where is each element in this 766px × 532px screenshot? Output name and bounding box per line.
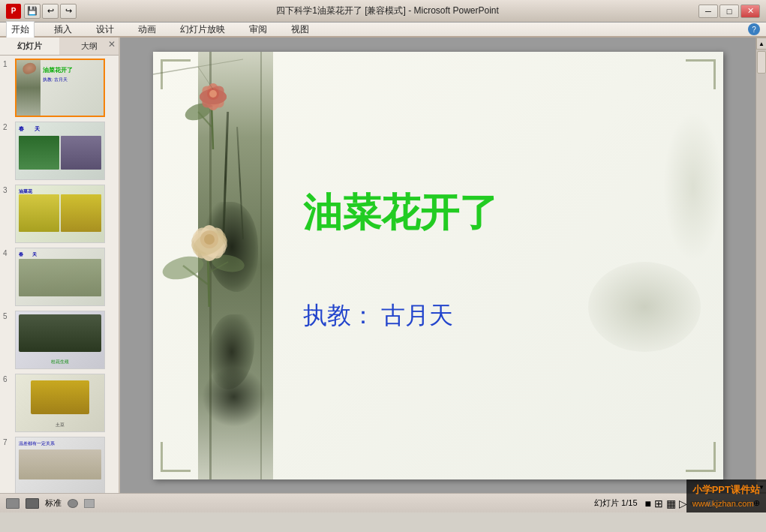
title-bar: P 💾 ↩ ↪ 四下科学1油菜花开了 [兼容模式] - Microsoft Po… bbox=[0, 0, 766, 23]
slide-subtitle: 执教： 古月天 bbox=[303, 299, 454, 332]
tab-slideshow[interactable]: 幻灯片放映 bbox=[176, 22, 230, 38]
slide-thumb-1[interactable]: 油菜花开了 执教: 古月天 bbox=[15, 59, 105, 117]
slide-thumb-3[interactable]: 油菜花 bbox=[15, 185, 105, 243]
status-icon2 bbox=[26, 498, 39, 509]
svg-line-0 bbox=[212, 104, 213, 149]
slide-number-6: 6 bbox=[3, 375, 12, 383]
main-area: 幻灯片 大纲 ✕ 1 油菜花开了 执教: 古月天 2 bbox=[0, 38, 766, 493]
tab-slides[interactable]: 幻灯片 bbox=[0, 38, 59, 55]
corner-decoration-bl bbox=[161, 442, 191, 472]
slide-thumb-5[interactable]: 桂花生殖 bbox=[15, 311, 105, 369]
svg-point-23 bbox=[204, 234, 215, 245]
scroll-thumb[interactable] bbox=[757, 51, 766, 74]
svg-point-9 bbox=[209, 90, 217, 98]
slide-number-3: 3 bbox=[3, 186, 12, 194]
undo-button[interactable]: ↩ bbox=[42, 4, 59, 19]
slide-number-5: 5 bbox=[3, 312, 12, 320]
status-moon bbox=[68, 499, 78, 508]
slide-item-3[interactable]: 3 油菜花 bbox=[3, 185, 116, 243]
slide-item-5[interactable]: 5 桂花生殖 bbox=[3, 311, 116, 369]
slide-info: 幻灯片 1/15 bbox=[594, 497, 637, 509]
scroll-track bbox=[756, 50, 766, 481]
slide-number-4: 4 bbox=[3, 249, 12, 257]
save-button[interactable]: 💾 bbox=[24, 4, 41, 19]
ribbon: 开始 插入 设计 动画 幻灯片放映 审阅 视图 ? bbox=[0, 23, 766, 38]
slide-number-7: 7 bbox=[3, 438, 12, 446]
status-bar: 标准 幻灯片 1/15 ■ ⊞ ▦ ▷ ⊕ bbox=[0, 493, 766, 512]
window-controls: ─ □ ✕ bbox=[698, 5, 760, 18]
corner-decoration-tr bbox=[686, 59, 716, 89]
watermark-line1: 小学PPT课件站 bbox=[692, 482, 760, 497]
quick-access-toolbar: 💾 ↩ ↪ bbox=[24, 4, 77, 19]
slide-thumb-2[interactable]: 春 天 bbox=[15, 122, 105, 180]
view-normal-icon[interactable]: ■ bbox=[645, 497, 651, 509]
watermark: 小学PPT课件站 www.kjzhan.com bbox=[686, 479, 766, 512]
redo-button[interactable]: ↪ bbox=[60, 4, 77, 19]
slides-list: 1 油菜花开了 执教: 古月天 2 春 天 bbox=[0, 56, 119, 493]
vertical-scrollbar: ▲ ▼ bbox=[755, 38, 766, 493]
status-theme: 标准 bbox=[45, 497, 62, 509]
slide-thumb-7[interactable]: 温差都有一定关系 bbox=[15, 437, 105, 493]
scroll-up-button[interactable]: ▲ bbox=[756, 38, 766, 50]
slide-canvas[interactable]: 油菜花开了 执教： 古月天 bbox=[153, 52, 723, 479]
tab-review[interactable]: 审阅 bbox=[245, 22, 272, 38]
tab-design[interactable]: 设计 bbox=[92, 22, 119, 38]
app-icon: P bbox=[6, 4, 21, 19]
tab-insert[interactable]: 插入 bbox=[50, 22, 77, 38]
status-extra bbox=[84, 499, 95, 508]
status-icon bbox=[6, 498, 20, 509]
tab-animation[interactable]: 动画 bbox=[134, 22, 161, 38]
tab-view[interactable]: 视图 bbox=[287, 22, 314, 38]
slide-item-1[interactable]: 1 油菜花开了 执教: 古月天 bbox=[3, 59, 116, 117]
corner-decoration-br bbox=[686, 442, 716, 472]
slide-thumb-6[interactable]: 土豆 bbox=[15, 374, 105, 432]
panel-tabs: 幻灯片 大纲 ✕ bbox=[0, 38, 119, 56]
watermark-line2: www.kjzhan.com bbox=[692, 497, 760, 510]
ink-blob-right bbox=[588, 262, 701, 352]
status-left: 标准 bbox=[6, 497, 587, 509]
slide-number-1: 1 bbox=[3, 60, 12, 68]
slide-number-2: 2 bbox=[3, 123, 12, 131]
slide-item-6[interactable]: 6 土豆 bbox=[3, 374, 116, 432]
close-button[interactable]: ✕ bbox=[740, 5, 760, 18]
window-title: 四下科学1油菜花开了 [兼容模式] - Microsoft PowerPoint bbox=[276, 5, 499, 17]
svg-line-10 bbox=[208, 254, 209, 307]
minimize-button[interactable]: ─ bbox=[698, 5, 718, 18]
maximize-button[interactable]: □ bbox=[719, 5, 739, 18]
slide-thumb-4[interactable]: 春 天 bbox=[15, 248, 105, 306]
slide-main-area: 油菜花开了 执教： 古月天 bbox=[120, 38, 755, 493]
slide-item-2[interactable]: 2 春 天 bbox=[3, 122, 116, 180]
help-icon[interactable]: ? bbox=[748, 23, 760, 35]
title-bar-left: P 💾 ↩ ↪ bbox=[6, 4, 77, 19]
slide-title: 油菜花开了 bbox=[303, 187, 498, 239]
panel-close-button[interactable]: ✕ bbox=[108, 39, 116, 50]
slides-panel: 幻灯片 大纲 ✕ 1 油菜花开了 执教: 古月天 2 bbox=[0, 38, 120, 493]
lotus-top bbox=[176, 59, 251, 152]
view-reading-icon[interactable]: ▦ bbox=[666, 497, 676, 509]
tab-start[interactable]: 开始 bbox=[6, 21, 35, 38]
slide-item-4[interactable]: 4 春 天 bbox=[3, 248, 116, 306]
slide-item-7[interactable]: 7 温差都有一定关系 bbox=[3, 437, 116, 493]
ink-blob-right2 bbox=[663, 112, 723, 262]
lotus-bottom bbox=[157, 187, 262, 310]
view-slidesorter-icon[interactable]: ⊞ bbox=[654, 497, 663, 509]
